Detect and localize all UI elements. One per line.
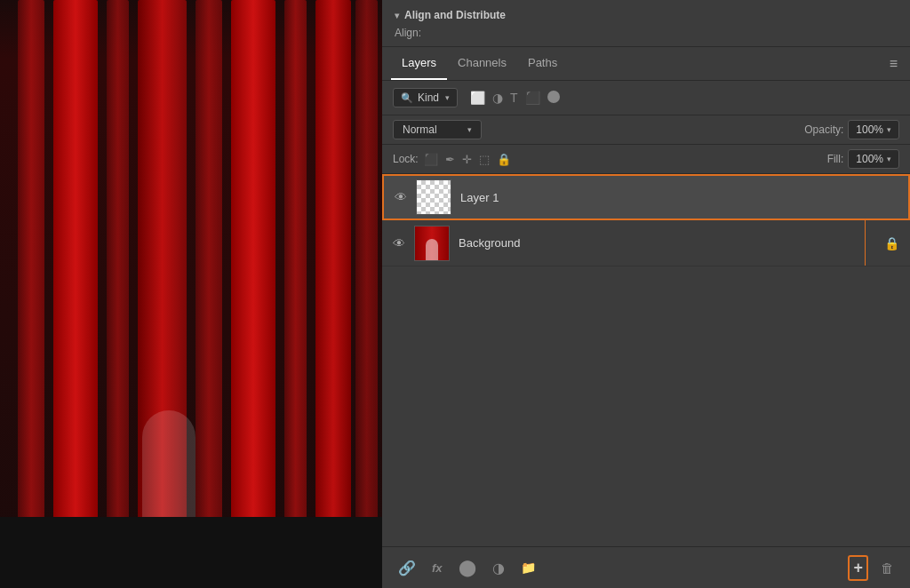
opacity-value[interactable]: 100% ▾ (848, 120, 899, 139)
blend-mode-value: Normal (403, 123, 437, 136)
lock-paint-icon[interactable]: ✒ (445, 153, 455, 166)
opacity-number: 100% (856, 123, 883, 136)
tabs-bar: Layers Channels Paths ≡ (382, 47, 910, 81)
vertical-separator-line (865, 220, 866, 266)
delete-icon[interactable]: 🗑 (877, 557, 898, 579)
fx-icon[interactable]: fx (428, 558, 446, 578)
blend-mode-row: Normal ▾ Opacity: 100% ▾ (382, 115, 910, 145)
align-distribute-section: ▾ Align and Distribute Align: (382, 0, 910, 47)
visibility-icon-background[interactable]: 👁 (393, 236, 405, 250)
filter-shape-icon[interactable]: ⬛ (525, 91, 540, 105)
layers-list: 👁 Layer 1 👁 Background 🔒 (382, 174, 910, 546)
align-distribute-title: Align and Distribute (404, 9, 506, 21)
fill-label: Fill: (827, 153, 844, 165)
filter-smart-icon[interactable] (547, 91, 560, 106)
opacity-label: Opacity: (804, 123, 843, 136)
bottom-toolbar: 🔗 fx ⬤ ◑ 📁 + 🗑 (382, 546, 910, 588)
canvas-image (0, 0, 382, 588)
tab-paths[interactable]: Paths (517, 47, 568, 80)
layer-name-layer1: Layer 1 (460, 191, 898, 204)
adjustment-icon[interactable]: ◑ (489, 556, 508, 580)
filter-kind-arrow: ▾ (445, 93, 450, 102)
opacity-group: Opacity: 100% ▾ (804, 120, 899, 139)
canvas-bottom (0, 517, 382, 588)
filter-circle-icon[interactable]: ◑ (492, 91, 503, 105)
person-silhouette (142, 410, 196, 517)
canvas-area (0, 0, 382, 588)
layer-row-layer1[interactable]: 👁 Layer 1 (382, 174, 910, 220)
mask-icon[interactable]: ⬤ (455, 554, 480, 581)
filter-image-icon[interactable]: ⬜ (470, 91, 485, 105)
lock-pixels-icon[interactable]: ⬛ (424, 153, 438, 166)
tab-layers[interactable]: Layers (391, 47, 447, 80)
layer-thumbnail-layer1 (416, 179, 451, 215)
lock-move-icon[interactable]: ✛ (462, 153, 472, 166)
filter-icons: ⬜ ◑ T ⬛ (470, 91, 560, 106)
tab-channels[interactable]: Channels (447, 47, 517, 80)
new-layer-icon[interactable]: + (848, 555, 868, 581)
layer-thumbnail-background (414, 226, 450, 261)
filter-kind-dropdown[interactable]: 🔍 Kind ▾ (393, 88, 458, 107)
fill-value[interactable]: 100% ▾ (848, 149, 899, 169)
lock-label: Lock: (393, 153, 419, 165)
fill-group: Fill: 100% ▾ (827, 149, 899, 169)
blend-mode-dropdown[interactable]: Normal ▾ (393, 120, 482, 139)
chevron-icon: ▾ (395, 11, 399, 20)
tabs-menu-icon[interactable]: ≡ (886, 49, 901, 79)
align-distribute-header: ▾ Align and Distribute (395, 9, 898, 21)
folder-icon[interactable]: 📁 (517, 557, 539, 578)
filter-kind-label: Kind (418, 91, 439, 104)
right-panel: ▾ Align and Distribute Align: Layers Cha… (382, 0, 910, 588)
layer-row-background[interactable]: 👁 Background 🔒 (382, 220, 910, 266)
layer-lock-background: 🔒 (884, 236, 899, 250)
search-icon: 🔍 (401, 92, 413, 104)
lock-row: Lock: ⬛ ✒ ✛ ⬚ 🔒 Fill: 100% ▾ (382, 145, 910, 174)
visibility-icon-layer1[interactable]: 👁 (395, 190, 407, 204)
fill-number: 100% (856, 153, 883, 165)
layer-name-background: Background (459, 236, 875, 250)
align-label: Align: (395, 27, 898, 39)
filter-text-icon[interactable]: T (510, 91, 518, 105)
filter-bar: 🔍 Kind ▾ ⬜ ◑ T ⬛ (382, 81, 910, 115)
blend-mode-arrow: ▾ (467, 125, 472, 134)
lock-artboard-icon[interactable]: ⬚ (479, 153, 490, 166)
opacity-arrow: ▾ (887, 125, 891, 134)
lock-icons: ⬛ ✒ ✛ ⬚ 🔒 (424, 153, 511, 166)
fill-arrow: ▾ (887, 155, 891, 163)
link-icon[interactable]: 🔗 (395, 556, 419, 580)
lock-all-icon[interactable]: 🔒 (497, 153, 511, 166)
